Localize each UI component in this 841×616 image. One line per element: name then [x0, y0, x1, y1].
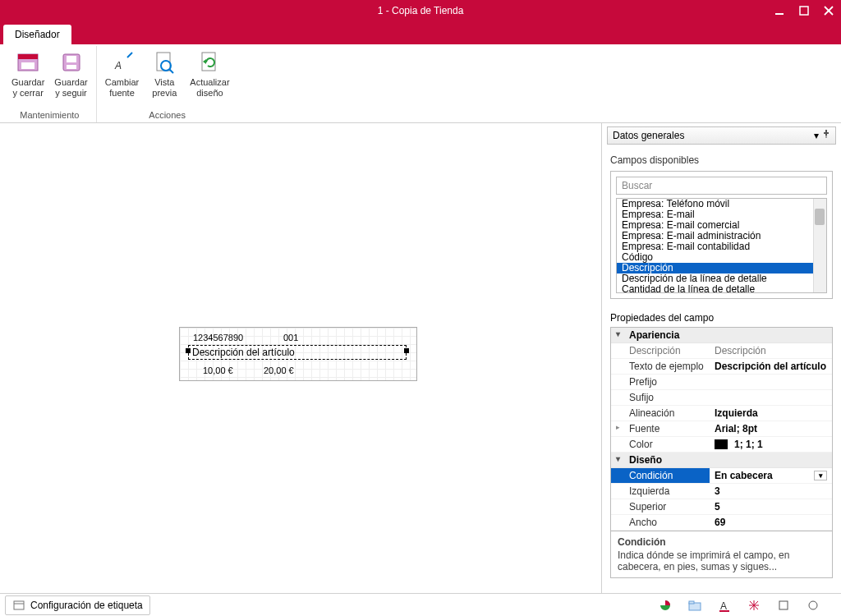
prop-alineacion[interactable]: AlineaciónIzquierda	[611, 406, 832, 421]
svg-rect-9	[67, 65, 76, 69]
tabstrip: Diseñador	[0, 21, 841, 44]
change-font-button[interactable]: A Cambiar fuente	[100, 46, 145, 102]
category-appearance[interactable]: ▾Apariencia	[611, 328, 832, 343]
side-header-title: Datos generales	[613, 130, 684, 141]
svg-rect-23	[689, 601, 694, 604]
square-icon[interactable]	[777, 599, 790, 612]
preview-label: Vista previa	[152, 77, 177, 99]
prop-condicion[interactable]: CondiciónEn cabecera▾	[611, 468, 832, 484]
dropdown-icon[interactable]: ▾	[814, 130, 819, 141]
field-item[interactable]: Cantidad de la línea de detalle	[617, 284, 826, 293]
window-controls	[767, 0, 841, 21]
pin-icon[interactable]	[822, 130, 830, 141]
font-icon: A	[109, 49, 136, 76]
field-description-text: Descripción del artículo	[192, 347, 295, 358]
save-close-label: Guardar y cerrar	[11, 77, 44, 99]
search-input[interactable]: Buscar	[616, 177, 827, 195]
svg-rect-0	[775, 13, 784, 15]
settings-icon	[12, 599, 25, 612]
svg-text:A: A	[720, 600, 727, 612]
chevron-down-icon: ▾	[616, 329, 620, 338]
refresh-icon	[196, 49, 223, 76]
category-design[interactable]: ▾Diseño	[611, 453, 832, 468]
ribbon: Guardar y cerrar Guardar y seguir Manten…	[0, 44, 841, 123]
title-bar: 1 - Copia de Tienda	[0, 0, 841, 21]
field-code[interactable]: 1234567890	[193, 333, 243, 342]
window-title: 1 - Copia de Tienda	[0, 5, 841, 16]
property-help-body: Indica dónde se imprimirá el campo, en c…	[618, 549, 825, 572]
prop-prefijo[interactable]: Prefijo	[611, 375, 832, 390]
property-help: Condición Indica dónde se imprimirá el c…	[610, 531, 833, 578]
field-num[interactable]: 001	[283, 333, 298, 342]
label-config-text: Configuración de etiqueta	[30, 600, 143, 611]
prop-texto-ejemplo[interactable]: Texto de ejemploDescripción del artículo	[611, 359, 832, 375]
available-fields-panel: Campos disponibles Buscar Empresa: Teléf…	[610, 154, 833, 299]
field-price2[interactable]: 20,00 €	[264, 365, 294, 375]
chart-icon[interactable]	[659, 599, 672, 612]
prop-izquierda[interactable]: Izquierda3	[611, 484, 832, 499]
svg-rect-5	[18, 54, 38, 59]
properties-grid: ▾Apariencia DescripciónDescripción Texto…	[610, 327, 833, 531]
close-button[interactable]	[816, 0, 841, 21]
prop-sufijo[interactable]: Sufijo	[611, 390, 832, 406]
save-close-button[interactable]: Guardar y cerrar	[7, 46, 49, 102]
tab-designer[interactable]: Diseñador	[3, 25, 71, 44]
canvas[interactable]: 1234567890 001 Descripción del artículo …	[0, 123, 601, 593]
svg-rect-18	[824, 132, 829, 134]
preview-icon	[151, 49, 177, 76]
label-preview[interactable]: 1234567890 001 Descripción del artículo …	[179, 327, 417, 381]
minimize-button[interactable]	[767, 0, 792, 21]
svg-point-31	[809, 601, 817, 609]
circle-icon[interactable]	[807, 599, 820, 612]
chevron-down-icon: ▾	[616, 454, 620, 463]
save-continue-label: Guardar y seguir	[54, 77, 87, 99]
available-fields-title: Campos disponibles	[610, 154, 833, 166]
folder-icon[interactable]	[688, 599, 701, 612]
star-icon[interactable]	[747, 599, 761, 612]
side-panel: Datos generales ▾ Campos disponibles Bus…	[601, 123, 841, 593]
save-continue-button[interactable]: Guardar y seguir	[49, 46, 92, 102]
refresh-design-button[interactable]: Actualizar diseño	[185, 46, 234, 102]
property-help-title: Condición	[618, 536, 825, 548]
field-description[interactable]: Descripción del artículo	[188, 345, 407, 360]
prop-ancho[interactable]: Ancho69	[611, 515, 832, 531]
svg-rect-1	[800, 7, 808, 15]
status-bar: Configuración de etiqueta A	[0, 593, 841, 616]
svg-text:A: A	[114, 60, 122, 71]
svg-rect-8	[67, 56, 76, 62]
svg-rect-20	[14, 601, 24, 609]
scrollbar[interactable]	[813, 199, 826, 292]
scrollbar-thumb[interactable]	[815, 209, 825, 225]
save-continue-icon	[58, 49, 85, 76]
ribbon-group-actions: A Cambiar fuente Vista previa Actualizar…	[97, 46, 238, 122]
resize-handle-right[interactable]	[404, 348, 409, 353]
field-list[interactable]: Empresa: Teléfono móvil Empresa: E-mail …	[616, 198, 827, 293]
prop-fuente[interactable]: ▸FuenteArial; 8pt	[611, 421, 832, 437]
svg-line-11	[127, 53, 132, 57]
text-icon[interactable]: A	[718, 599, 731, 612]
chevron-right-icon: ▸	[616, 423, 620, 431]
save-close-icon	[15, 49, 41, 76]
maximize-button[interactable]	[792, 0, 816, 21]
side-header[interactable]: Datos generales ▾	[607, 126, 836, 145]
prop-color[interactable]: Color1; 1; 1	[611, 437, 832, 453]
preview-button[interactable]: Vista previa	[144, 46, 185, 102]
prop-descripcion[interactable]: DescripciónDescripción	[611, 343, 832, 359]
prop-superior[interactable]: Superior5	[611, 499, 832, 515]
svg-rect-6	[21, 62, 34, 69]
refresh-design-label: Actualizar diseño	[190, 77, 229, 99]
change-font-label: Cambiar fuente	[105, 77, 140, 99]
resize-handle-left[interactable]	[186, 348, 191, 353]
content-area: 1234567890 001 Descripción del artículo …	[0, 123, 841, 593]
dropdown-icon[interactable]: ▾	[814, 471, 827, 480]
svg-rect-30	[779, 601, 788, 609]
properties-panel: Propiedades del campo ▾Apariencia Descri…	[610, 312, 833, 593]
properties-title: Propiedades del campo	[610, 312, 833, 324]
color-swatch	[715, 439, 728, 449]
field-price1[interactable]: 10,00 €	[203, 365, 233, 375]
ribbon-group-actions-title: Acciones	[149, 110, 186, 122]
status-tools: A	[659, 599, 836, 612]
label-config-button[interactable]: Configuración de etiqueta	[5, 595, 150, 615]
ribbon-group-maintenance: Guardar y cerrar Guardar y seguir Manten…	[3, 46, 97, 122]
ribbon-group-maintenance-title: Mantenimiento	[20, 110, 79, 122]
